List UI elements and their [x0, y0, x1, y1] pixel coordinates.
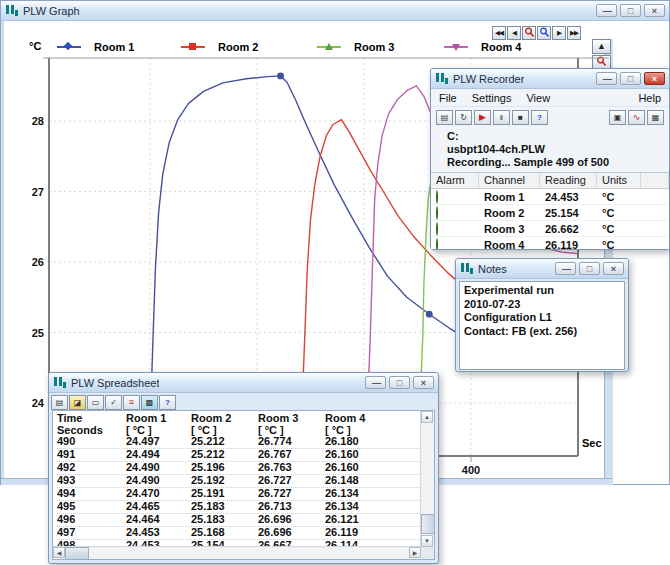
minimize-button[interactable]: — [596, 72, 617, 85]
chart-legend: °C Room 1 Room 2 Room 3 Room 4 [1, 38, 669, 55]
notes-button[interactable]: ≡ [123, 395, 140, 410]
record-button[interactable]: ▶ [474, 110, 491, 125]
maximize-button[interactable]: □ [389, 376, 410, 389]
legend-item-room3: Room 3 [317, 40, 394, 53]
series-line-sample [444, 46, 468, 48]
table-row: 49224.49025.19626.76326.160 [57, 462, 420, 475]
maximize-button[interactable]: □ [579, 262, 600, 275]
notes-text-area[interactable]: Experimental run 2010-07-23 Configuratio… [459, 281, 625, 370]
maximize-button[interactable]: □ [620, 72, 641, 85]
file-name: usbpt104-4ch.PLW [447, 143, 665, 156]
table-row: 49424.47025.19126.72726.134 [57, 488, 420, 501]
channel-row: Room 1 24.453 °C [431, 189, 669, 205]
legend-label: Room 2 [218, 41, 258, 53]
svg-text:28: 28 [32, 115, 44, 127]
notes-line: Configuration L1 [464, 311, 620, 325]
graph-view-button[interactable]: ∿ [628, 110, 645, 125]
graph-window-title: PLW Graph [23, 5, 80, 17]
scrollbar-thumb[interactable] [65, 547, 89, 560]
svg-text:26: 26 [32, 256, 44, 268]
minimize-button[interactable]: — [596, 4, 617, 17]
recorder-titlebar[interactable]: PLW Recorder — □ × [431, 69, 669, 89]
spreadsheet-client: Time Room 1 Room 2 Room 3 Room 4 Seconds… [52, 410, 435, 560]
new-file-button[interactable]: ▤ [436, 110, 453, 125]
col-alarm: Alarm [431, 173, 479, 188]
recording-status: C: usbpt104-4ch.PLW Recording... Sample … [431, 128, 669, 172]
series-marker-icon [64, 42, 72, 50]
legend-item-room1: Room 1 [57, 40, 134, 53]
menu-view[interactable]: View [526, 92, 550, 104]
select-button[interactable]: ✓ [105, 395, 122, 410]
menu-file[interactable]: File [439, 92, 457, 104]
recorder-menubar: File Settings View Help [431, 89, 669, 107]
series-line-sample [57, 46, 81, 48]
table-header-row: Time Room 1 Room 2 Room 3 Room 4 [57, 412, 420, 424]
notes-window: Notes — □ × Experimental run 2010-07-23 … [455, 258, 629, 372]
close-button[interactable]: × [413, 376, 434, 389]
notes-line: Contact: FB (ext. 256) [464, 325, 620, 339]
copy-button[interactable]: ◪ [69, 395, 86, 410]
graph-titlebar[interactable]: PLW Graph — □ × [1, 1, 669, 21]
close-button[interactable]: × [644, 4, 665, 17]
spreadsheet-window-title: PLW Spreadsheet [71, 377, 159, 389]
scroll-left-icon[interactable]: ◀ [53, 547, 65, 558]
legend-label: Room 4 [481, 41, 521, 53]
col-units: Units [597, 173, 641, 188]
svg-text:27: 27 [32, 186, 44, 198]
menu-help[interactable]: Help [638, 92, 661, 104]
picolog-icon [460, 262, 474, 275]
scrollbar-thumb[interactable] [421, 514, 435, 534]
horizontal-scrollbar[interactable]: ◀ ▶ [53, 546, 421, 559]
window-button[interactable]: ▩ [141, 395, 158, 410]
channel-table-header: Alarm Channel Reading Units [431, 173, 669, 189]
svg-text:24: 24 [32, 397, 45, 409]
col-reading: Reading [540, 173, 597, 188]
scroll-up-icon[interactable]: ▲ [421, 411, 433, 423]
channel-row: Room 3 26.662 °C [431, 221, 669, 237]
drive-label: C: [447, 130, 665, 143]
menu-settings[interactable]: Settings [472, 92, 512, 104]
channel-table: Alarm Channel Reading Units Room 1 24.45… [431, 172, 669, 249]
svg-text:400: 400 [462, 464, 480, 476]
spreadsheet-titlebar[interactable]: PLW Spreadsheet — □ × [49, 373, 438, 393]
plw-spreadsheet-window: PLW Spreadsheet — □ × ▤ ◪ ▭ ✓ ≡ ▩ ? Time… [48, 372, 439, 564]
table-row: 49324.49025.19226.72726.148 [57, 475, 420, 488]
print-button[interactable]: ▭ [87, 395, 104, 410]
notes-window-title: Notes [478, 263, 507, 275]
stop-button[interactable]: ■ [512, 110, 529, 125]
help-button[interactable]: ? [159, 395, 176, 410]
spreadsheet-toolbar: ▤ ◪ ▭ ✓ ≡ ▩ ? [49, 393, 438, 411]
desktop: PLW Graph — □ × ◀◀ ◀ ▶ [0, 0, 670, 565]
data-table: Time Room 1 Room 2 Room 3 Room 4 Seconds… [57, 412, 420, 546]
window-border-left [1, 21, 4, 478]
maximize-button[interactable]: □ [620, 4, 641, 17]
close-button[interactable]: × [644, 72, 665, 85]
legend-label: Room 3 [354, 41, 394, 53]
file-button[interactable]: ▤ [51, 395, 68, 410]
pause-button[interactable]: ‖ [493, 110, 510, 125]
vertical-scrollbar[interactable]: ▲ ▼ [420, 411, 434, 547]
notes-line: Experimental run [464, 284, 620, 298]
series-marker-icon [452, 44, 460, 51]
picolog-icon [5, 4, 19, 17]
series-line-sample [317, 46, 341, 48]
plw-recorder-window: PLW Recorder — □ × File Settings View He… [430, 68, 670, 250]
legend-label: Room 1 [94, 41, 134, 53]
close-button[interactable]: × [603, 262, 624, 275]
minimize-button[interactable]: — [555, 262, 576, 275]
recorder-view-button[interactable]: ▣ [609, 110, 626, 125]
minimize-button[interactable]: — [365, 376, 386, 389]
recorder-window-title: PLW Recorder [453, 73, 524, 85]
table-row: 49524.46525.18326.71326.134 [57, 501, 420, 514]
scroll-right-icon[interactable]: ▶ [409, 547, 421, 558]
scroll-down-icon[interactable]: ▼ [421, 535, 433, 547]
table-row: 49624.46425.18326.69626.121 [57, 514, 420, 527]
help-button[interactable]: ? [531, 110, 548, 125]
notes-titlebar[interactable]: Notes — □ × [456, 259, 628, 279]
recorder-toolbar: ▤ ↻ ▶ ‖ ■ ? ▣ ∿ ▦ [431, 107, 669, 128]
magnifier-red-icon [596, 56, 607, 67]
magnifier-red-icon [524, 27, 535, 38]
series-marker-icon [325, 43, 333, 50]
rerecord-button[interactable]: ↻ [455, 110, 472, 125]
spreadsheet-view-button[interactable]: ▦ [647, 110, 664, 125]
